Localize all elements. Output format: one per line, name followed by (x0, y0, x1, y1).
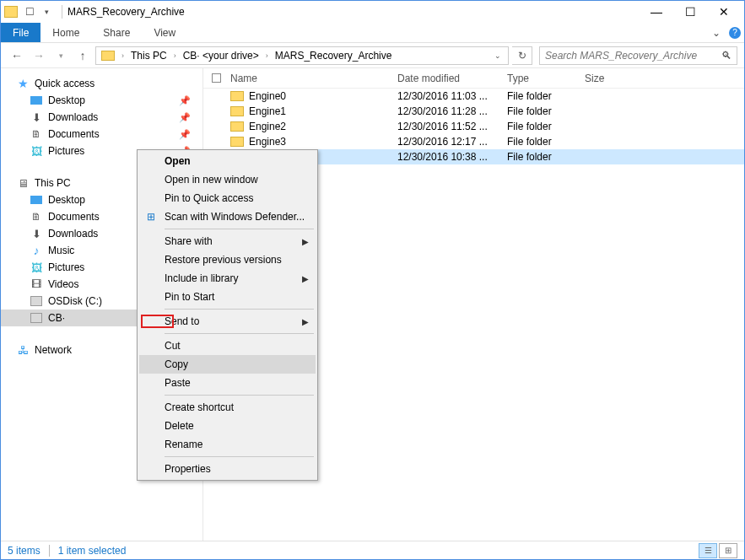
window-title: MARS_Recovery_Archive (67, 6, 185, 18)
chevron-right-icon[interactable]: › (262, 51, 272, 60)
file-row[interactable]: Engine112/30/2016 11:28 ...File folder (203, 104, 744, 119)
ribbon-expand-icon[interactable]: ⌄ (707, 23, 726, 42)
chevron-right-icon[interactable]: › (170, 51, 180, 60)
sidebar-label: OSDisk (C:) (48, 295, 102, 307)
sidebar-label: Music (48, 245, 74, 256)
file-type: File folder (507, 121, 585, 132)
menu-separator (165, 333, 314, 334)
menu-copy[interactable]: Copy (139, 355, 316, 374)
desktop-icon (30, 194, 43, 206)
folder-icon (230, 137, 244, 147)
menu-scan-defender[interactable]: ⊞ Scan with Windows Defender... (139, 207, 316, 226)
file-type: File folder (507, 105, 585, 117)
menu-include-library[interactable]: Include in library▶ (139, 269, 316, 288)
file-date: 12/30/2016 10:38 ... (397, 151, 507, 163)
menu-create-shortcut[interactable]: Create shortcut (139, 398, 316, 417)
file-tab[interactable]: File (1, 23, 40, 42)
sidebar-label: Network (35, 344, 72, 356)
sidebar-label: Desktop (48, 194, 85, 206)
tab-view[interactable]: View (142, 23, 187, 42)
title-bar: ☐ ▾ MARS_Recovery_Archive — ☐ ✕ (1, 1, 744, 23)
file-type: File folder (507, 151, 585, 163)
menu-separator (165, 395, 314, 396)
menu-separator (165, 229, 314, 229)
folder-icon (101, 51, 115, 61)
file-row[interactable]: Engine312/30/2016 12:17 ...File folder (203, 134, 744, 149)
context-menu: Open Open in new window Pin to Quick acc… (137, 149, 318, 481)
sidebar-label: Pictures (48, 261, 84, 273)
up-button[interactable]: ↑ (73, 46, 92, 65)
search-input[interactable] (540, 50, 716, 62)
menu-restore-previous[interactable]: Restore previous versions (139, 250, 316, 269)
folder-icon (230, 106, 244, 116)
menu-properties[interactable]: Properties (139, 460, 316, 478)
column-size[interactable]: Size (585, 73, 652, 84)
pin-icon: 📌 (179, 112, 191, 123)
sidebar-quick-access[interactable]: ★ Quick access (1, 75, 202, 92)
close-button[interactable]: ✕ (707, 1, 741, 23)
status-selected-count: 1 item selected (58, 545, 127, 557)
folder-icon (230, 91, 244, 101)
menu-pin-start[interactable]: Pin to Start (139, 288, 316, 306)
status-item-count: 5 items (8, 545, 40, 557)
file-row[interactable]: Engine012/30/2016 11:03 ...File folder (203, 89, 744, 104)
address-bar[interactable]: › This PC › CB· <your drive> › MARS_Reco… (95, 46, 509, 65)
sidebar-item[interactable]: Desktop📌 (1, 92, 202, 109)
sidebar-item[interactable]: 🗎Documents📌 (1, 126, 202, 143)
breadcrumb-item[interactable]: CB· <your drive> (180, 47, 262, 64)
file-type: File folder (507, 90, 585, 102)
qat-dropdown-icon[interactable]: ▾ (40, 5, 53, 19)
pc-icon: 🖥 (16, 177, 30, 189)
address-dropdown-icon[interactable]: ⌄ (489, 51, 506, 60)
menu-delete[interactable]: Delete (139, 417, 316, 435)
file-row[interactable]: Engine212/30/2016 11:52 ...File folder (203, 119, 744, 134)
menu-cut[interactable]: Cut (139, 337, 316, 355)
column-checkbox[interactable] (203, 73, 229, 83)
menu-share-with[interactable]: Share with▶ (139, 232, 316, 250)
search-icon[interactable]: 🔍︎ (716, 50, 737, 62)
disk-icon (30, 295, 43, 307)
menu-rename[interactable]: Rename (139, 435, 316, 454)
pin-icon: 📌 (179, 95, 191, 106)
divider (49, 545, 50, 557)
view-thumbnails-button[interactable]: ⊞ (719, 543, 737, 558)
chevron-right-icon[interactable]: › (118, 51, 127, 60)
folder-icon (230, 121, 244, 132)
file-date: 12/30/2016 11:52 ... (397, 121, 507, 132)
column-name[interactable]: Name (229, 73, 397, 84)
menu-separator (165, 456, 314, 457)
video-icon: 🎞 (30, 278, 43, 290)
column-type[interactable]: Type (507, 73, 585, 84)
tab-home[interactable]: Home (40, 23, 91, 42)
refresh-button[interactable]: ↻ (512, 46, 532, 65)
sidebar-item[interactable]: ⬇Downloads📌 (1, 109, 202, 126)
minimize-button[interactable]: — (640, 1, 673, 23)
column-date[interactable]: Date modified (397, 73, 507, 84)
back-button[interactable]: ← (8, 46, 26, 65)
down-icon: ⬇ (30, 228, 43, 240)
pin-icon: 📌 (179, 129, 191, 140)
file-name: Engine2 (249, 121, 286, 132)
chevron-right-icon: ▶ (302, 317, 309, 326)
chevron-right-icon: ▶ (302, 274, 309, 283)
sidebar-label: Videos (48, 278, 78, 290)
menu-pin-quick-access[interactable]: Pin to Quick access (139, 189, 316, 207)
menu-send-to[interactable]: Send to▶ (139, 312, 316, 331)
pic-icon: 🖼 (30, 261, 43, 273)
menu-paste[interactable]: Paste (139, 374, 316, 392)
doc-icon: 🗎 (30, 211, 43, 223)
menu-open[interactable]: Open (139, 152, 316, 170)
qat-save-icon[interactable]: ☐ (23, 5, 36, 19)
view-details-button[interactable]: ☰ (699, 543, 717, 558)
breadcrumb-item[interactable]: MARS_Recovery_Archive (272, 47, 396, 64)
forward-button[interactable]: → (30, 46, 48, 65)
help-button[interactable]: ? (726, 23, 744, 42)
search-box[interactable]: 🔍︎ (539, 46, 737, 65)
breadcrumb-item[interactable]: This PC (127, 47, 170, 64)
maximize-button[interactable]: ☐ (673, 1, 707, 23)
help-icon: ? (729, 27, 741, 39)
menu-open-new-window[interactable]: Open in new window (139, 170, 316, 189)
file-date: 12/30/2016 11:03 ... (397, 90, 507, 102)
tab-share[interactable]: Share (91, 23, 142, 42)
recent-dropdown[interactable]: ▾ (51, 46, 70, 65)
